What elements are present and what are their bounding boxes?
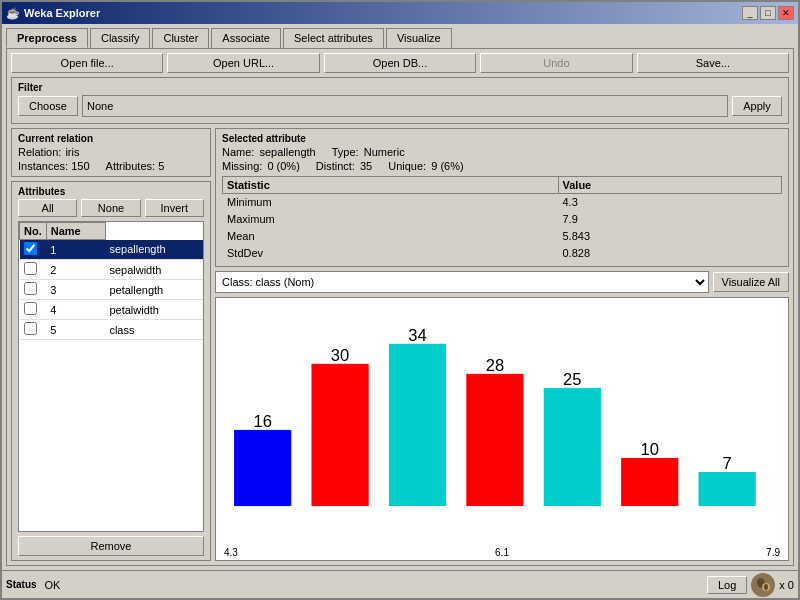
attr-checkbox-4[interactable]: [24, 322, 37, 335]
x-min-label: 4.3: [224, 547, 238, 558]
all-button[interactable]: All: [18, 199, 77, 217]
svg-text:16: 16: [253, 412, 271, 431]
svg-rect-4: [389, 344, 446, 506]
status-value: OK: [45, 579, 703, 591]
attr-checkbox-0[interactable]: [24, 242, 37, 255]
unique-info: Unique: 9 (6%): [388, 160, 463, 172]
selected-attribute-box: Selected attribute Name: sepallength Typ…: [215, 128, 789, 267]
svg-text:28: 28: [486, 356, 504, 375]
relation-value: iris: [65, 146, 79, 158]
app-icon: ☕: [6, 7, 20, 20]
svg-rect-8: [544, 388, 601, 506]
filter-value: None: [82, 95, 728, 117]
log-button[interactable]: Log: [707, 576, 747, 594]
main-content: Open file... Open URL... Open DB... Undo…: [6, 48, 794, 566]
undo-button[interactable]: Undo: [480, 53, 632, 73]
distinct-info: Distinct: 35: [316, 160, 372, 172]
tab-bar: Preprocess Classify Cluster Associate Se…: [2, 24, 798, 48]
attributes-info: Attributes: 5: [106, 160, 165, 172]
svg-rect-2: [311, 364, 368, 506]
title-bar: ☕ Weka Explorer _ □ ✕: [2, 2, 798, 24]
attr-checkbox-2[interactable]: [24, 282, 37, 295]
attribute-row-1[interactable]: 2 sepalwidth: [20, 260, 204, 280]
svg-rect-10: [621, 458, 678, 506]
svg-text:34: 34: [408, 326, 426, 345]
title-bar-controls: _ □ ✕: [742, 6, 794, 20]
attribute-row-2[interactable]: 3 petallength: [20, 280, 204, 300]
title-bar-title: ☕ Weka Explorer: [6, 7, 100, 20]
tab-preprocess[interactable]: Preprocess: [6, 28, 88, 48]
attributes-label: Attributes: [18, 186, 204, 197]
tab-associate[interactable]: Associate: [211, 28, 281, 48]
right-panel: Selected attribute Name: sepallength Typ…: [215, 128, 789, 561]
svg-rect-0: [234, 430, 291, 506]
app-title: Weka Explorer: [24, 7, 100, 19]
x-max-label: 7.9: [766, 547, 780, 558]
relation-label: Relation:: [18, 146, 61, 158]
status-bar: Status OK Log x 0: [2, 570, 798, 598]
filter-label: Filter: [18, 82, 782, 93]
svg-text:7: 7: [723, 454, 732, 473]
middle-section: Current relation Relation: iris Instance…: [11, 128, 789, 561]
invert-button[interactable]: Invert: [145, 199, 204, 217]
viz-controls: Class: class (Nom) Visualize All: [215, 271, 789, 293]
svg-rect-6: [466, 374, 523, 506]
tab-visualize[interactable]: Visualize: [386, 28, 452, 48]
svg-text:25: 25: [563, 370, 581, 389]
stat-col-statistic: Statistic: [223, 177, 559, 194]
attr-name-info: Name: sepallength: [222, 146, 316, 158]
svg-text:10: 10: [641, 440, 659, 459]
weka-icon: [751, 573, 775, 597]
svg-point-17: [764, 584, 768, 590]
close-button[interactable]: ✕: [778, 6, 794, 20]
open-file-button[interactable]: Open file...: [11, 53, 163, 73]
minimize-button[interactable]: _: [742, 6, 758, 20]
maximize-button[interactable]: □: [760, 6, 776, 20]
tab-classify[interactable]: Classify: [90, 28, 151, 48]
open-url-button[interactable]: Open URL...: [167, 53, 319, 73]
current-relation-box: Current relation Relation: iris Instance…: [11, 128, 211, 177]
main-window: ☕ Weka Explorer _ □ ✕ Preprocess Classif…: [0, 0, 800, 600]
instances-info: Instances: 150: [18, 160, 90, 172]
current-relation-label: Current relation: [18, 133, 204, 144]
filter-row: Choose None Apply: [18, 95, 782, 117]
attr-type-info: Type: Numeric: [332, 146, 405, 158]
apply-button[interactable]: Apply: [732, 96, 782, 116]
count-label: x 0: [779, 579, 794, 591]
x-mid-label: 6.1: [495, 547, 509, 558]
selected-attribute-label: Selected attribute: [222, 133, 782, 144]
tab-select-attributes[interactable]: Select attributes: [283, 28, 384, 48]
attribute-row-0[interactable]: 1 sepallength: [20, 240, 204, 260]
attributes-box: Attributes All None Invert No. Name: [11, 181, 211, 561]
missing-info: Missing: 0 (0%): [222, 160, 300, 172]
col-name: Name: [46, 223, 105, 240]
col-no: No.: [20, 223, 47, 240]
svg-rect-12: [699, 472, 756, 506]
toolbar: Open file... Open URL... Open DB... Undo…: [11, 53, 789, 73]
filter-group: Filter Choose None Apply: [11, 77, 789, 124]
histogram-area: 1630342825107 4.3 6.1 7.9: [215, 297, 789, 561]
class-select[interactable]: Class: class (Nom): [215, 271, 709, 293]
remove-button[interactable]: Remove: [18, 536, 204, 556]
none-button[interactable]: None: [81, 199, 140, 217]
stat-col-value: Value: [558, 177, 782, 194]
open-db-button[interactable]: Open DB...: [324, 53, 476, 73]
attr-checkbox-3[interactable]: [24, 302, 37, 315]
attr-buttons: All None Invert: [18, 199, 204, 217]
choose-button[interactable]: Choose: [18, 96, 78, 116]
attr-checkbox-1[interactable]: [24, 262, 37, 275]
status-label: Status: [6, 579, 37, 590]
visualize-all-button[interactable]: Visualize All: [713, 272, 790, 292]
left-panel: Current relation Relation: iris Instance…: [11, 128, 211, 561]
attribute-row-4[interactable]: 5 class: [20, 320, 204, 340]
save-button[interactable]: Save...: [637, 53, 789, 73]
svg-text:30: 30: [331, 346, 349, 365]
attribute-row-3[interactable]: 4 petalwidth: [20, 300, 204, 320]
attributes-table: No. Name 1 sepallength 2 sepalwidth 3 pe…: [18, 221, 204, 532]
tab-cluster[interactable]: Cluster: [152, 28, 209, 48]
